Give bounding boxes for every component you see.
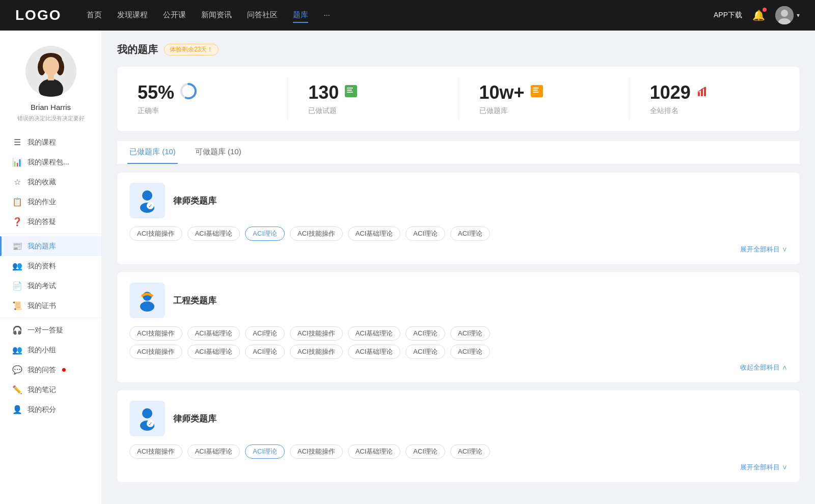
nav-item-新闻资讯[interactable]: 新闻资讯 [201,8,232,23]
page-title: 我的题库 [117,43,158,57]
sidebar-label-我的题库: 我的题库 [28,242,56,251]
tag-ACI基础理论[interactable]: ACI基础理论 [187,444,240,459]
notification-bell[interactable]: 🔔 [752,9,765,21]
expand-btn[interactable]: 展开全部科目 ∨ [129,245,787,254]
sidebar-item-我的考试[interactable]: 📄我的考试 [0,276,101,296]
tabs-row: 已做题库 (10)可做题库 (10) [117,141,800,164]
tag-ACI理论[interactable]: ACI理论 [245,227,285,241]
tag-ACI技能操作[interactable]: ACI技能操作 [290,345,343,359]
tag-ACI技能操作[interactable]: ACI技能操作 [290,326,343,341]
nav-item-发现课程[interactable]: 发现课程 [117,8,148,23]
sidebar-label-我的考试: 我的考试 [28,282,56,291]
nav-item-···[interactable]: ··· [323,8,330,23]
stat-item-全站排名: 1029 全站排名 [630,77,800,121]
tag-ACI理论[interactable]: ACI理论 [245,326,285,341]
sidebar-label-我的证书: 我的证书 [28,301,56,311]
tag-ACI基础理论[interactable]: ACI基础理论 [348,444,401,459]
stat-item-已做试题: 130 已做试题 [288,77,458,121]
sidebar-item-一对一答疑[interactable]: 🎧一对一答疑 [0,320,101,340]
tag-ACI理论[interactable]: ACI理论 [450,345,490,359]
qbank-icon: ✓ [129,183,165,218]
tag-ACI基础理论[interactable]: ACI基础理论 [348,326,401,341]
expand-btn[interactable]: 展开全部科目 ∨ [129,463,787,472]
sidebar-item-我的积分[interactable]: 👤我的积分 [0,400,101,419]
user-avatar-area[interactable]: ▾ [775,6,800,24]
tag-ACI理论[interactable]: ACI理论 [405,444,445,459]
tag-ACI基础理论[interactable]: ACI基础理论 [187,227,240,241]
tag-ACI技能操作[interactable]: ACI技能操作 [290,227,343,241]
sidebar-label-我的作业: 我的作业 [28,198,56,207]
sidebar-item-我的课程包...[interactable]: 📊我的课程包... [0,152,101,172]
stat-value: 1029 [650,82,691,103]
tag-ACI理论[interactable]: ACI理论 [450,227,490,241]
tag-ACI基础理论[interactable]: ACI基础理论 [348,345,401,359]
svg-rect-19 [533,88,539,89]
sidebar-icon-我的答疑: ❓ [12,217,22,227]
sidebar-label-我的课程: 我的课程 [28,138,56,147]
nav-dropdown-arrow[interactable]: ▾ [797,12,800,19]
svg-point-8 [43,57,59,75]
sidebar-label-一对一答疑: 一对一答疑 [28,326,63,335]
nav-item-首页[interactable]: 首页 [87,8,102,23]
tag-ACI理论[interactable]: ACI理论 [405,326,445,341]
sidebar-item-我的小组[interactable]: 👥我的小组 [0,340,101,360]
sidebar-item-我的证书[interactable]: 📜我的证书 [0,296,101,316]
sidebar-item-我的课程[interactable]: ☰我的课程 [0,132,101,152]
stat-value: 55% [138,82,174,103]
tag-ACI技能操作[interactable]: ACI技能操作 [129,326,182,341]
app-download-button[interactable]: APP下载 [714,11,742,20]
profile-avatar [25,46,76,97]
sidebar-item-我的笔记[interactable]: ✏️我的笔记 [0,380,101,400]
nav-item-公开课[interactable]: 公开课 [163,8,186,23]
sidebar-icon-我的考试: 📄 [12,281,22,291]
svg-point-31 [142,408,152,418]
page-title-row: 我的题库 体验剩余23天！ [117,43,800,57]
svg-text:✓: ✓ [148,203,152,209]
svg-rect-15 [347,88,353,89]
tag-ACI基础理论[interactable]: ACI基础理论 [187,326,240,341]
tab-可做题库 (10)[interactable]: 可做题库 (10) [193,141,243,164]
navbar-right: APP下载 🔔 ▾ [714,6,800,24]
tag-ACI技能操作[interactable]: ACI技能操作 [129,345,182,359]
sidebar-item-我的收藏[interactable]: ☆我的收藏 [0,172,101,192]
sidebar-icon-我的积分: 👤 [12,405,22,414]
svg-point-25 [142,190,152,201]
tag-ACI理论[interactable]: ACI理论 [405,345,445,359]
sidebar-icon-我的课程: ☰ [12,137,22,147]
svg-rect-21 [533,92,539,93]
sidebar-item-我的资料[interactable]: 👥我的资料 [0,256,101,276]
tag-ACI理论[interactable]: ACI理论 [450,444,490,459]
notification-dot [763,8,767,12]
collapse-btn[interactable]: 收起全部科目 ∧ [129,363,787,372]
logo[interactable]: LOGO [15,7,61,23]
tag-ACI理论[interactable]: ACI理论 [450,326,490,341]
nav-item-题库[interactable]: 题库 [293,8,308,23]
sidebar-divider [0,318,101,318]
tab-已做题库 (10)[interactable]: 已做题库 (10) [127,141,178,164]
tag-ACI理论[interactable]: ACI理论 [245,444,285,459]
tag-ACI技能操作[interactable]: ACI技能操作 [129,444,182,459]
page-wrapper: Brian Harris 错误的决定比没有决定要好 ☰我的课程📊我的课程包...… [0,31,815,504]
sidebar-item-我的作业[interactable]: 📋我的作业 [0,192,101,212]
tag-ACI理论[interactable]: ACI理论 [245,345,285,359]
sidebar-item-我的问答[interactable]: 💬我的问答 [0,360,101,380]
trial-badge: 体验剩余23天！ [164,44,219,55]
tag-ACI基础理论[interactable]: ACI基础理论 [348,227,401,241]
tag-ACI技能操作[interactable]: ACI技能操作 [290,444,343,459]
qbank-header: 工程类题库 [129,283,787,318]
svg-rect-18 [531,85,543,97]
sidebar-label-我的小组: 我的小组 [28,346,56,355]
sidebar-menu: ☰我的课程📊我的课程包...☆我的收藏📋我的作业❓我的答疑📰我的题库👥我的资料📄… [0,132,101,419]
sidebar-item-我的题库[interactable]: 📰我的题库 [0,236,101,256]
sidebar-icon-我的资料: 👥 [12,261,22,271]
nav-item-问答社区[interactable]: 问答社区 [247,8,278,23]
tag-ACI理论[interactable]: ACI理论 [405,227,445,241]
tag-ACI基础理论[interactable]: ACI基础理论 [187,345,240,359]
sidebar-item-我的答疑[interactable]: ❓我的答疑 [0,212,101,232]
qbank-card-2: ✓ 律师类题库 ACI技能操作ACI基础理论ACI理论ACI技能操作ACI基础理… [117,390,800,482]
sidebar-label-我的问答: 我的问答 [28,366,56,375]
tag-ACI技能操作[interactable]: ACI技能操作 [129,227,182,241]
main-content: 我的题库 体验剩余23天！ 55% 正确率 130 已做试题 10w+ 已做题库… [102,31,815,504]
qbank-icon [129,283,165,318]
stat-item-正确率: 55% 正确率 [117,77,288,121]
